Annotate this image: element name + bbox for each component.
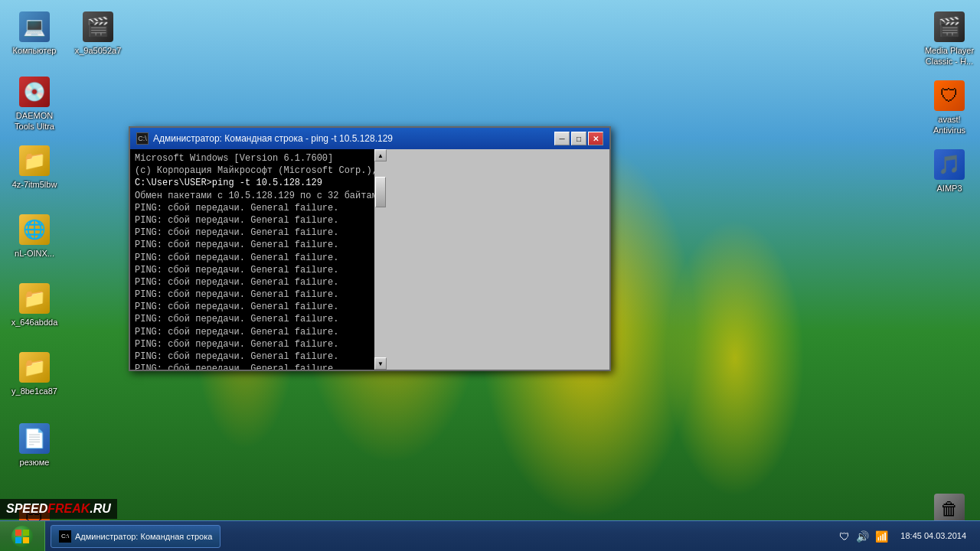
watermark-freak: FREAK: [47, 502, 90, 515]
cmd-line: PING: сбой передачи. General failure.: [135, 289, 370, 301]
systray-sound: 📶: [875, 530, 888, 543]
cmd-line: PING: сбой передачи. General failure.: [135, 202, 370, 214]
avast-right-icon: 🛡: [934, 80, 965, 111]
desktop-icon-avast-right[interactable]: 🛡 avast! Antivirus: [919, 77, 980, 140]
cmd-line: PING: сбой передачи. General failure.: [135, 350, 370, 363]
watermark: SPEEDFREAK.RU: [0, 499, 117, 519]
svg-rect-3: [23, 537, 29, 543]
aimp-icon: 🎵: [934, 149, 965, 180]
taskbar-cmd-label: Администратор: Командная строка: [75, 532, 212, 541]
desktop-icon-4z-label: 4z-7itm5lbw: [12, 179, 57, 190]
desktop-icon-resume[interactable]: 📄 резюме: [4, 419, 65, 471]
cmd-line: PING: сбой передачи. General failure.: [135, 227, 370, 239]
cmd-close-button[interactable]: ✕: [588, 132, 603, 145]
desktop-icon-y8-label: y_8be1ca87: [11, 386, 57, 396]
cmd-scrollbar[interactable]: ▲ ▼: [374, 149, 609, 370]
cmd-line: PING: сбой передачи. General failure.: [135, 313, 370, 325]
cmd-scroll-down[interactable]: ▼: [374, 357, 387, 370]
cmd-line: C:\Users\USER>ping -t 10.5.128.129: [135, 177, 370, 189]
desktop-icon-film-label: x_9a5052a7: [75, 45, 122, 56]
svg-rect-2: [15, 537, 21, 543]
cmd-minimize-button[interactable]: ─: [554, 132, 570, 145]
desktop-icon-resume-label: резюме: [20, 457, 50, 468]
cmd-line: PING: сбой передачи. General failure.: [135, 338, 370, 350]
cmd-content-area: Microsoft Windows [Version 6.1.7600](с) …: [130, 149, 609, 370]
cmd-line: PING: сбой передачи. General failure.: [135, 326, 370, 338]
desktop-icon-x6[interactable]: 📁 x_646abdda: [4, 279, 65, 331]
cmd-line: PING: сбой передачи. General failure.: [135, 301, 370, 313]
desktop-icon-nl-label: nL-OINX...: [15, 248, 54, 259]
desktop-icon-media-player-label: Media Player Classic - H...: [923, 45, 976, 67]
resume-icon: 📄: [19, 423, 50, 454]
watermark-speed: SPEED: [6, 502, 47, 515]
cmd-scroll-up[interactable]: ▲: [374, 149, 387, 161]
computer-icon: 💻: [19, 11, 50, 42]
start-button[interactable]: [0, 521, 45, 551]
cmd-window-icon: C:\: [136, 132, 149, 145]
cmd-line: PING: сбой передачи. General failure.: [135, 363, 370, 370]
desktop-icon-computer-label: Компьютер: [13, 45, 57, 56]
cmd-line: PING: сбой передачи. General failure.: [135, 276, 370, 289]
systray: 🛡 🔊 📶 18:45 04.03.2014: [831, 530, 980, 543]
desktop: 💻 Компьютер 🎬 x_9a5052a7 💿 DAEMON Tools …: [0, 0, 980, 551]
desktop-icon-film[interactable]: 🎬 x_9a5052a7: [67, 8, 129, 60]
film-icon: 🎬: [83, 11, 113, 42]
taskbar: C:\ Администратор: Командная строка 🛡 🔊 …: [0, 520, 980, 551]
media-player-icon: 🎬: [934, 11, 965, 42]
cmd-line: Обмен пакетами с 10.5.128.129 по с 32 ба…: [135, 190, 370, 202]
desktop-icon-avast-label: avast! Antivirus: [923, 114, 976, 136]
cmd-line: PING: сбой передачи. General failure.: [135, 239, 370, 251]
desktop-icon-media-player[interactable]: 🎬 Media Player Classic - H...: [919, 8, 980, 71]
cmd-line: PING: сбой передачи. General failure.: [135, 264, 370, 276]
cmd-titlebar: C:\ Администратор: Командная строка - pi…: [130, 128, 609, 149]
desktop-icon-y8[interactable]: 📁 y_8be1ca87: [4, 348, 65, 400]
cmd-line: Microsoft Windows [Version 6.1.7600]: [135, 152, 370, 165]
folder-x6-icon: 📁: [19, 283, 50, 314]
desktop-icon-nl[interactable]: 🌐 nL-OINX...: [4, 210, 65, 262]
desktop-icon-4z[interactable]: 📁 4z-7itm5lbw: [4, 142, 65, 194]
cmd-line: PING: сбой передачи. General failure.: [135, 214, 370, 227]
taskbar-items: C:\ Администратор: Командная строка: [45, 521, 831, 551]
windows-logo-icon: [15, 530, 29, 543]
cmd-body[interactable]: Microsoft Windows [Version 6.1.7600](с) …: [130, 149, 374, 370]
folder-nl-icon: 🌐: [19, 214, 50, 245]
desktop-icon-daemon-label: DAEMON Tools Ultra: [8, 110, 61, 132]
systray-avast: 🛡: [839, 530, 850, 543]
cmd-window-controls: ─ □ ✕: [554, 132, 603, 145]
watermark-text: SPEEDFREAK.RU: [6, 502, 111, 515]
svg-rect-1: [23, 530, 29, 536]
cmd-line: (с) Корпорация Майкрософт (Microsoft Cor…: [135, 165, 370, 177]
folder-4z-icon: 📁: [19, 145, 50, 176]
folder-y8-icon: 📁: [19, 352, 50, 383]
cmd-maximize-button[interactable]: □: [571, 132, 586, 145]
watermark-domain: .RU: [90, 502, 111, 515]
svg-rect-0: [15, 530, 21, 536]
start-orb: [11, 526, 33, 547]
cmd-title: Администратор: Командная строка - ping -…: [153, 133, 550, 144]
trash-icon: 🗑: [934, 494, 965, 524]
cmd-scrollbar-thumb[interactable]: [375, 177, 386, 207]
desktop-icon-computer[interactable]: 💻 Компьютер: [4, 8, 65, 60]
desktop-icon-daemon[interactable]: 💿 DAEMON Tools Ultra: [4, 73, 65, 136]
systray-network: 🔊: [856, 530, 869, 543]
desktop-icon-aimp-label: AIMP3: [936, 183, 962, 194]
desktop-icon-x6-label: x_646abdda: [11, 317, 58, 328]
taskbar-cmd-icon: C:\: [59, 530, 71, 543]
cmd-window: C:\ Администратор: Командная строка - pi…: [129, 126, 611, 371]
daemon-icon: 💿: [19, 77, 50, 107]
system-clock: 18:45 04.03.2014: [894, 530, 972, 542]
desktop-icon-aimp[interactable]: 🎵 AIMP3: [919, 145, 980, 197]
taskbar-cmd-item[interactable]: C:\ Администратор: Командная строка: [51, 525, 220, 548]
cmd-line: PING: сбой передачи. General failure.: [135, 252, 370, 264]
